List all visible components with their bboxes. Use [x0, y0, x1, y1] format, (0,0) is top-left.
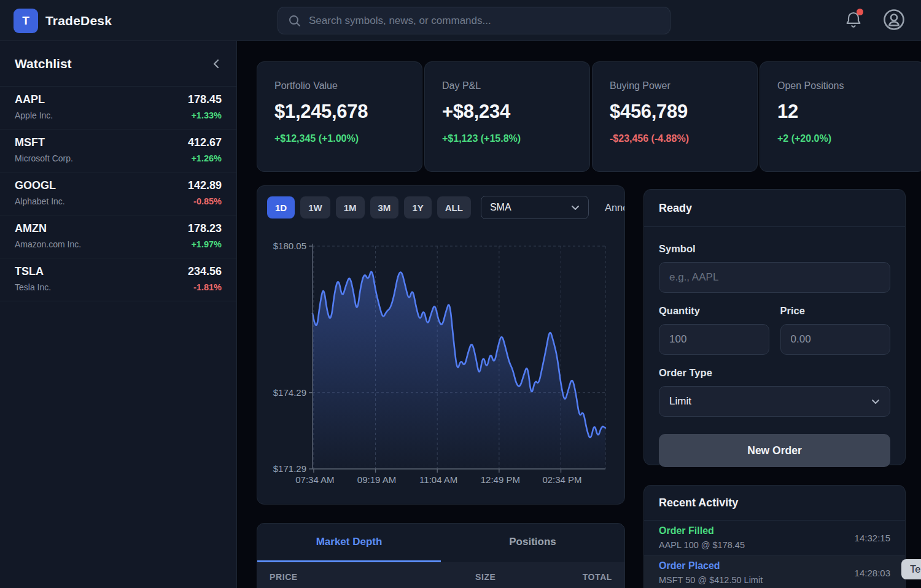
tab-positions[interactable]: Positions [441, 524, 624, 562]
price-chart-card: 1D1W1M3M1YALL SMA Anno $180.05$174.29$17… [257, 185, 625, 505]
stat-value: $456,789 [610, 101, 740, 123]
timeframe-button-1d[interactable]: 1D [267, 196, 295, 219]
tab-market-depth[interactable]: Market Depth [257, 524, 441, 562]
activity-time: 14:32:15 [855, 533, 890, 543]
watchlist-sidebar: Watchlist AAPLApple Inc.178.45+1.33%MSFT… [0, 41, 237, 588]
stat-label: Open Positions [777, 80, 907, 91]
symbol-label: Symbol [659, 243, 890, 255]
timeframe-buttons: 1D1W1M3M1YALL [267, 196, 471, 219]
activity-row[interactable]: Order PlacedMSFT 50 @ $412.50 Limit14:28… [644, 555, 905, 588]
depth-table-header: PRICESIZETOTAL [257, 562, 624, 588]
stock-name: Amazon.com Inc. [15, 239, 81, 249]
stock-price: 142.89 [188, 179, 222, 192]
stock-quote: 412.67+1.26% [188, 136, 222, 172]
stock-quote: 142.89-0.85% [188, 179, 222, 215]
watchlist-row-msft[interactable]: MSFTMicrosoft Corp.412.67+1.26% [0, 130, 236, 172]
indicator-select-value: SMA [490, 202, 511, 213]
stock-info: TSLATesla Inc. [15, 265, 51, 301]
stock-price: 178.23 [188, 222, 222, 235]
search-bar[interactable] [278, 7, 670, 34]
watchlist-row-tsla[interactable]: TSLATesla Inc.234.56-1.81% [0, 258, 236, 301]
stat-label: Day P&L [442, 80, 572, 91]
search-icon [288, 14, 301, 28]
activity-info: Order PlacedMSFT 50 @ $412.50 Limit [659, 560, 763, 585]
stat-label: Portfolio Value [274, 80, 405, 91]
stock-symbol: TSLA [15, 265, 51, 278]
watchlist-row-amzn[interactable]: AMZNAmazon.com Inc.178.23+1.97% [0, 215, 236, 258]
activity-subtitle: MSFT 50 @ $412.50 Limit [659, 575, 763, 585]
chevron-down-icon [871, 399, 880, 404]
stock-change: +1.26% [188, 153, 222, 163]
timeframe-button-3m[interactable]: 3M [370, 196, 399, 219]
timeframe-button-all[interactable]: ALL [437, 196, 471, 219]
order-panel: Ready Symbol Quantity Price Order Type L… [643, 189, 906, 465]
activity-info: Order FilledAAPL 100 @ $178.45 [659, 525, 745, 550]
new-order-button[interactable]: New Order [659, 434, 890, 467]
watchlist: AAPLApple Inc.178.45+1.33%MSFTMicrosoft … [0, 87, 236, 301]
order-type-select[interactable]: Limit [659, 386, 890, 417]
activity-row[interactable]: Order FilledAAPL 100 @ $178.4514:32:15 [644, 520, 905, 555]
activity-title: Order Placed [659, 560, 763, 571]
indicator-select[interactable]: SMA [481, 196, 589, 219]
stock-symbol: AAPL [15, 93, 53, 106]
search-input[interactable] [309, 15, 660, 27]
activity-time: 14:28:03 [855, 568, 890, 578]
stock-price: 412.67 [188, 136, 222, 149]
svg-text:07:34 AM: 07:34 AM [295, 474, 334, 485]
collapse-sidebar-button[interactable] [212, 58, 220, 69]
order-type-label: Order Type [659, 367, 890, 379]
svg-text:$171.29: $171.29 [273, 463, 306, 474]
stock-name: Microsoft Corp. [15, 153, 73, 163]
chevron-down-icon [571, 205, 580, 211]
activity-title: Order Filled [659, 525, 745, 536]
watchlist-row-aapl[interactable]: AAPLApple Inc.178.45+1.33% [0, 87, 236, 130]
depth-column-price: PRICE [257, 572, 475, 582]
stat-change: -$23,456 (-4.88%) [610, 133, 740, 144]
annotations-button[interactable]: Anno [605, 202, 625, 214]
avatar-icon [883, 9, 905, 31]
main-content: Portfolio Value$1,245,678+$12,345 (+1.00… [237, 41, 921, 588]
stat-card-portfolio-value: Portfolio Value$1,245,678+$12,345 (+1.00… [257, 61, 422, 172]
quantity-input[interactable] [659, 324, 769, 355]
stock-price: 234.56 [188, 265, 222, 278]
price-chart: $180.05$174.29$171.2907:34 AM09:19 AM11:… [257, 223, 625, 505]
market-depth-card: Market DepthPositions PRICESIZETOTAL [257, 523, 625, 588]
recent-activity-title: Recent Activity [644, 485, 905, 520]
stats-row: Portfolio Value$1,245,678+$12,345 (+1.00… [257, 61, 921, 172]
depth-tabs: Market DepthPositions [257, 524, 624, 562]
stat-change: +$1,123 (+15.8%) [442, 133, 572, 144]
chevron-left-icon [212, 58, 220, 69]
quantity-label: Quantity [659, 305, 769, 317]
stock-price: 178.45 [188, 93, 222, 106]
activity-subtitle: AAPL 100 @ $178.45 [659, 540, 745, 550]
watchlist-title: Watchlist [15, 56, 72, 71]
stock-symbol: AMZN [15, 222, 81, 235]
svg-text:02:34 PM: 02:34 PM [542, 474, 581, 485]
symbol-input[interactable] [659, 262, 890, 293]
price-input[interactable] [780, 324, 891, 355]
stock-info: AMZNAmazon.com Inc. [15, 222, 81, 258]
stat-change: +2 (+20.0%) [777, 133, 907, 144]
stock-info: MSFTMicrosoft Corp. [15, 136, 73, 172]
app-logo: T [14, 9, 38, 33]
account-button[interactable] [883, 9, 905, 31]
stock-name: Apple Inc. [15, 110, 53, 120]
stock-quote: 178.23+1.97% [188, 222, 222, 258]
stat-value: 12 [777, 101, 907, 123]
app-title: TradeDesk [45, 14, 112, 28]
timeframe-button-1m[interactable]: 1M [336, 196, 365, 219]
notifications-button[interactable] [845, 10, 862, 29]
notification-badge [857, 9, 863, 15]
timeframe-button-1w[interactable]: 1W [300, 196, 330, 219]
watchlist-row-googl[interactable]: GOOGLAlphabet Inc.142.89-0.85% [0, 172, 236, 215]
depth-column-size: SIZE [475, 572, 540, 582]
stat-card-open-positions: Open Positions12+2 (+20.0%) [760, 61, 921, 172]
brand: T TradeDesk [14, 9, 112, 33]
stock-quote: 234.56-1.81% [188, 265, 222, 301]
stat-label: Buying Power [610, 80, 740, 91]
timeframe-button-1y[interactable]: 1Y [404, 196, 431, 219]
svg-text:$174.29: $174.29 [273, 387, 306, 398]
stock-change: +1.33% [188, 110, 222, 120]
toast-notification: Te [901, 559, 921, 579]
svg-text:09:19 AM: 09:19 AM [357, 474, 396, 485]
